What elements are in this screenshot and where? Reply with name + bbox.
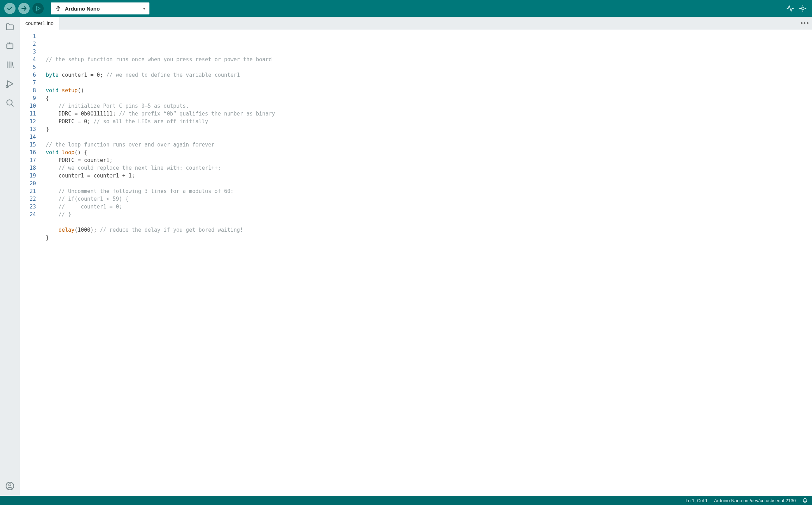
code-token	[84, 172, 87, 180]
code-line[interactable]	[46, 180, 812, 187]
code-line[interactable]: }	[46, 234, 812, 242]
code-token: 1000	[78, 226, 90, 234]
code-token	[59, 71, 62, 79]
code-token	[119, 172, 122, 180]
line-number: 4	[20, 56, 36, 63]
svg-marker-7	[57, 6, 59, 7]
code-editor[interactable]: 123456789101112131415161718192021222324 …	[20, 30, 812, 496]
upload-button[interactable]	[18, 3, 30, 14]
board-selector[interactable]: Arduino Nano ▾	[51, 2, 149, 14]
code-token: ;	[93, 226, 97, 234]
debug-button[interactable]	[32, 3, 44, 14]
pulse-icon	[786, 5, 794, 12]
svg-point-8	[801, 7, 804, 10]
code-token: 1	[129, 172, 132, 180]
user-icon	[5, 481, 14, 491]
code-line[interactable]: void setup()	[46, 87, 812, 94]
status-bar: Ln 1, Col 1 Arduino Nano on /dev/cu.usbs…	[0, 496, 812, 505]
tab-file[interactable]: counter1.ino	[20, 17, 60, 30]
code-line[interactable]: }	[46, 125, 812, 133]
code-token: ;	[113, 110, 116, 118]
code-token: =	[78, 156, 81, 164]
line-number: 21	[20, 187, 36, 195]
board-selector-label: Arduino Nano	[65, 6, 140, 12]
indent-guide	[46, 226, 49, 234]
code-token: // Uncomment the following 3 lines for a…	[59, 187, 234, 195]
sketchbook-button[interactable]	[4, 21, 16, 32]
code-token	[90, 118, 93, 125]
code-line[interactable]: PORTC = counter1;	[46, 156, 812, 164]
serial-plotter-button[interactable]	[785, 4, 795, 13]
top-toolbar: Arduino Nano ▾	[0, 0, 812, 17]
main-area: counter1.ino ••• 12345678910111213141516…	[0, 17, 812, 496]
svg-rect-6	[59, 7, 60, 8]
code-token: 0	[97, 71, 100, 79]
cursor-position[interactable]: Ln 1, Col 1	[685, 498, 708, 503]
tab-overflow-button[interactable]: •••	[798, 17, 812, 30]
boards-manager-button[interactable]	[4, 40, 16, 51]
code-line[interactable]	[46, 133, 812, 141]
ellipsis-icon: •••	[801, 20, 810, 27]
code-token: =	[78, 118, 81, 125]
verify-button[interactable]	[4, 3, 16, 14]
code-token	[87, 71, 90, 79]
code-line[interactable]: // the loop function runs over and over …	[46, 141, 812, 149]
line-number: 8	[20, 87, 36, 94]
code-token: delay	[59, 226, 74, 234]
code-line[interactable]	[46, 218, 812, 226]
code-line[interactable]: // we could replace the next line with: …	[46, 164, 812, 172]
line-number: 12	[20, 118, 36, 125]
code-line[interactable]: // Uncomment the following 3 lines for a…	[46, 187, 812, 195]
library-manager-button[interactable]	[4, 59, 16, 70]
account-button[interactable]	[4, 480, 16, 492]
chevron-down-icon: ▾	[143, 6, 145, 11]
code-token	[59, 149, 62, 156]
code-line[interactable]: delay(1000); // reduce the delay if you …	[46, 226, 812, 234]
code-token: }	[46, 125, 49, 133]
code-line[interactable]: // the setup function runs once when you…	[46, 56, 812, 63]
code-token: setup	[62, 87, 78, 94]
indent-guide	[46, 172, 49, 180]
debug-icon	[5, 79, 14, 88]
code-token: // the prefix “0b” qualifies the number …	[119, 110, 275, 118]
indent-guide	[46, 118, 49, 125]
tab-label: counter1.ino	[25, 20, 54, 26]
board-port-info[interactable]: Arduino Nano on /dev/cu.usbserial-2130	[714, 498, 796, 503]
code-token: counter1	[84, 156, 109, 164]
code-line[interactable]: byte counter1 = 0; // we need to define …	[46, 71, 812, 79]
code-line[interactable]: // counter1 = 0;	[46, 203, 812, 211]
search-panel-button[interactable]	[4, 97, 16, 108]
code-token	[90, 172, 93, 180]
line-number: 1	[20, 32, 36, 40]
code-line[interactable]: // if(counter1 < 59) {	[46, 195, 812, 203]
code-line[interactable]: {	[46, 94, 812, 102]
code-line[interactable]: // }	[46, 211, 812, 218]
serial-monitor-button[interactable]	[798, 4, 808, 13]
code-line[interactable]: void loop() {	[46, 149, 812, 156]
code-token: counter1	[62, 71, 87, 79]
code-token: +	[122, 172, 125, 180]
line-number: 17	[20, 156, 36, 164]
code-line[interactable]: DDRC = 0b00111111; // the prefix “0b” qu…	[46, 110, 812, 118]
notifications-button[interactable]	[802, 497, 808, 504]
code-token: =	[90, 71, 93, 79]
debug-panel-button[interactable]	[4, 78, 16, 89]
code-token: // reduce the delay if you get bored wai…	[100, 226, 243, 234]
code-token	[116, 110, 119, 118]
code-line[interactable]: // initialize Port C pins 0–5 as outputs…	[46, 102, 812, 110]
check-icon	[7, 5, 13, 12]
code-token: PORTC	[59, 118, 74, 125]
code-line[interactable]	[46, 63, 812, 71]
code-line[interactable]	[46, 79, 812, 87]
folder-icon	[5, 22, 14, 31]
code-line[interactable]: counter1 = counter1 + 1;	[46, 172, 812, 180]
line-number: 15	[20, 141, 36, 149]
svg-marker-1	[37, 6, 41, 11]
line-number: 2	[20, 40, 36, 48]
code-content[interactable]: // the setup function runs once when you…	[39, 30, 812, 496]
code-token: loop	[62, 149, 74, 156]
code-token: ;	[87, 118, 90, 125]
serial-monitor-icon	[799, 5, 807, 12]
code-token: {	[84, 149, 87, 156]
code-line[interactable]: PORTC = 0; // so all the LEDs are off in…	[46, 118, 812, 125]
